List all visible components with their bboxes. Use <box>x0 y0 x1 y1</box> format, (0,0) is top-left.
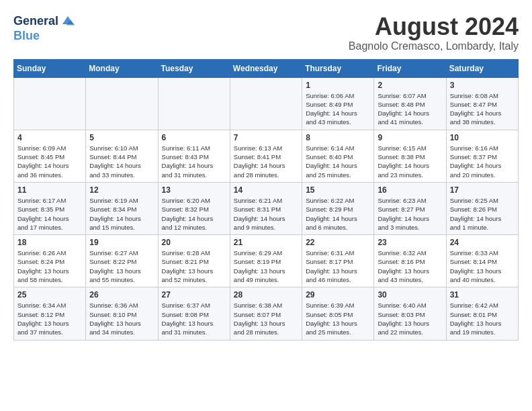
calendar-week-2: 4Sunrise: 6:09 AM Sunset: 8:45 PM Daylig… <box>14 130 519 182</box>
weekday-header-wednesday: Wednesday <box>230 59 302 77</box>
calendar-cell: 22Sunrise: 6:31 AM Sunset: 8:17 PM Dayli… <box>302 235 374 287</box>
logo-text-general: General <box>13 15 58 28</box>
day-info: Sunrise: 6:06 AM Sunset: 8:49 PM Dayligh… <box>306 91 370 127</box>
day-number: 21 <box>234 238 298 247</box>
day-info: Sunrise: 6:33 AM Sunset: 8:14 PM Dayligh… <box>450 248 515 284</box>
day-number: 2 <box>378 81 442 90</box>
calendar-cell: 30Sunrise: 6:40 AM Sunset: 8:03 PM Dayli… <box>374 287 446 340</box>
weekday-header-sunday: Sunday <box>14 59 86 77</box>
calendar-cell: 10Sunrise: 6:16 AM Sunset: 8:37 PM Dayli… <box>446 130 518 182</box>
day-info: Sunrise: 6:25 AM Sunset: 8:26 PM Dayligh… <box>450 196 515 232</box>
logo: General Blue <box>13 13 76 43</box>
page-header: General Blue August 2024 Bagnolo Cremasc… <box>13 13 519 52</box>
calendar-table: SundayMondayTuesdayWednesdayThursdayFrid… <box>13 59 519 340</box>
day-info: Sunrise: 6:21 AM Sunset: 8:31 PM Dayligh… <box>234 196 298 232</box>
calendar-week-4: 18Sunrise: 6:26 AM Sunset: 8:24 PM Dayli… <box>14 235 519 287</box>
calendar-cell: 3Sunrise: 6:08 AM Sunset: 8:47 PM Daylig… <box>446 77 518 130</box>
day-info: Sunrise: 6:26 AM Sunset: 8:24 PM Dayligh… <box>17 248 82 284</box>
day-number: 23 <box>378 238 442 247</box>
day-number: 17 <box>450 185 515 195</box>
day-number: 4 <box>17 133 82 142</box>
calendar-cell: 13Sunrise: 6:20 AM Sunset: 8:32 PM Dayli… <box>158 182 230 234</box>
day-number: 11 <box>17 185 82 195</box>
calendar-cell: 21Sunrise: 6:29 AM Sunset: 8:19 PM Dayli… <box>230 235 302 287</box>
day-number: 10 <box>450 133 515 142</box>
calendar-cell: 26Sunrise: 6:36 AM Sunset: 8:10 PM Dayli… <box>86 287 158 340</box>
day-info: Sunrise: 6:32 AM Sunset: 8:16 PM Dayligh… <box>378 248 442 284</box>
day-info: Sunrise: 6:29 AM Sunset: 8:19 PM Dayligh… <box>234 248 298 284</box>
calendar-cell <box>14 77 86 130</box>
calendar-cell: 12Sunrise: 6:19 AM Sunset: 8:34 PM Dayli… <box>86 182 158 234</box>
day-info: Sunrise: 6:20 AM Sunset: 8:32 PM Dayligh… <box>162 196 226 232</box>
day-info: Sunrise: 6:23 AM Sunset: 8:27 PM Dayligh… <box>378 196 442 232</box>
calendar-cell: 14Sunrise: 6:21 AM Sunset: 8:31 PM Dayli… <box>230 182 302 234</box>
weekday-header-friday: Friday <box>374 59 446 77</box>
day-info: Sunrise: 6:31 AM Sunset: 8:17 PM Dayligh… <box>306 248 370 284</box>
calendar-cell <box>230 77 302 130</box>
day-number: 5 <box>89 133 154 142</box>
day-info: Sunrise: 6:16 AM Sunset: 8:37 PM Dayligh… <box>450 144 515 179</box>
calendar-cell: 17Sunrise: 6:25 AM Sunset: 8:26 PM Dayli… <box>446 182 518 234</box>
weekday-header-tuesday: Tuesday <box>158 59 230 77</box>
calendar-cell: 24Sunrise: 6:33 AM Sunset: 8:14 PM Dayli… <box>446 235 518 287</box>
day-number: 26 <box>89 290 154 300</box>
day-info: Sunrise: 6:39 AM Sunset: 8:05 PM Dayligh… <box>306 301 370 336</box>
day-number: 29 <box>306 290 370 300</box>
logo-text-blue: Blue <box>13 30 76 43</box>
day-number: 15 <box>306 185 370 195</box>
weekday-header-monday: Monday <box>86 59 158 77</box>
day-info: Sunrise: 6:14 AM Sunset: 8:40 PM Dayligh… <box>306 144 370 179</box>
day-number: 20 <box>162 238 226 247</box>
day-info: Sunrise: 6:17 AM Sunset: 8:35 PM Dayligh… <box>17 196 82 232</box>
day-number: 25 <box>17 290 82 300</box>
calendar-cell <box>158 77 230 130</box>
calendar-week-3: 11Sunrise: 6:17 AM Sunset: 8:35 PM Dayli… <box>14 182 519 234</box>
calendar-cell: 7Sunrise: 6:13 AM Sunset: 8:41 PM Daylig… <box>230 130 302 182</box>
calendar-cell: 23Sunrise: 6:32 AM Sunset: 8:16 PM Dayli… <box>374 235 446 287</box>
calendar-cell: 16Sunrise: 6:23 AM Sunset: 8:27 PM Dayli… <box>374 182 446 234</box>
day-number: 24 <box>450 238 515 247</box>
calendar-cell: 31Sunrise: 6:42 AM Sunset: 8:01 PM Dayli… <box>446 287 518 340</box>
location-title: Bagnolo Cremasco, Lombardy, Italy <box>349 40 519 52</box>
day-number: 9 <box>378 133 442 142</box>
calendar-cell: 29Sunrise: 6:39 AM Sunset: 8:05 PM Dayli… <box>302 287 374 340</box>
day-info: Sunrise: 6:19 AM Sunset: 8:34 PM Dayligh… <box>89 196 154 232</box>
day-info: Sunrise: 6:28 AM Sunset: 8:21 PM Dayligh… <box>162 248 226 284</box>
weekday-header-row: SundayMondayTuesdayWednesdayThursdayFrid… <box>14 59 519 77</box>
weekday-header-thursday: Thursday <box>302 59 374 77</box>
calendar-cell: 19Sunrise: 6:27 AM Sunset: 8:22 PM Dayli… <box>86 235 158 287</box>
calendar-cell: 20Sunrise: 6:28 AM Sunset: 8:21 PM Dayli… <box>158 235 230 287</box>
day-info: Sunrise: 6:08 AM Sunset: 8:47 PM Dayligh… <box>450 91 515 127</box>
calendar-cell: 1Sunrise: 6:06 AM Sunset: 8:49 PM Daylig… <box>302 77 374 130</box>
title-section: August 2024 Bagnolo Cremasco, Lombardy, … <box>349 13 519 52</box>
day-info: Sunrise: 6:13 AM Sunset: 8:41 PM Dayligh… <box>234 144 298 179</box>
calendar-cell: 9Sunrise: 6:15 AM Sunset: 8:38 PM Daylig… <box>374 130 446 182</box>
day-info: Sunrise: 6:37 AM Sunset: 8:08 PM Dayligh… <box>162 301 226 336</box>
logo-icon <box>60 13 76 30</box>
day-number: 6 <box>162 133 226 142</box>
day-number: 28 <box>234 290 298 300</box>
day-number: 7 <box>234 133 298 142</box>
calendar-week-5: 25Sunrise: 6:34 AM Sunset: 8:12 PM Dayli… <box>14 287 519 340</box>
day-number: 12 <box>89 185 154 195</box>
calendar-cell: 8Sunrise: 6:14 AM Sunset: 8:40 PM Daylig… <box>302 130 374 182</box>
day-number: 19 <box>89 238 154 247</box>
day-number: 3 <box>450 81 515 90</box>
day-info: Sunrise: 6:09 AM Sunset: 8:45 PM Dayligh… <box>17 144 82 179</box>
calendar-cell: 5Sunrise: 6:10 AM Sunset: 8:44 PM Daylig… <box>86 130 158 182</box>
day-info: Sunrise: 6:40 AM Sunset: 8:03 PM Dayligh… <box>378 301 442 336</box>
day-number: 8 <box>306 133 370 142</box>
calendar-cell: 11Sunrise: 6:17 AM Sunset: 8:35 PM Dayli… <box>14 182 86 234</box>
calendar-cell <box>86 77 158 130</box>
day-info: Sunrise: 6:11 AM Sunset: 8:43 PM Dayligh… <box>162 144 226 179</box>
calendar-cell: 2Sunrise: 6:07 AM Sunset: 8:48 PM Daylig… <box>374 77 446 130</box>
calendar-cell: 28Sunrise: 6:38 AM Sunset: 8:07 PM Dayli… <box>230 287 302 340</box>
month-title: August 2024 <box>349 13 519 40</box>
day-number: 14 <box>234 185 298 195</box>
day-info: Sunrise: 6:10 AM Sunset: 8:44 PM Dayligh… <box>89 144 154 179</box>
calendar-cell: 27Sunrise: 6:37 AM Sunset: 8:08 PM Dayli… <box>158 287 230 340</box>
day-info: Sunrise: 6:42 AM Sunset: 8:01 PM Dayligh… <box>450 301 515 336</box>
day-info: Sunrise: 6:15 AM Sunset: 8:38 PM Dayligh… <box>378 144 442 179</box>
day-number: 13 <box>162 185 226 195</box>
day-info: Sunrise: 6:36 AM Sunset: 8:10 PM Dayligh… <box>89 301 154 336</box>
